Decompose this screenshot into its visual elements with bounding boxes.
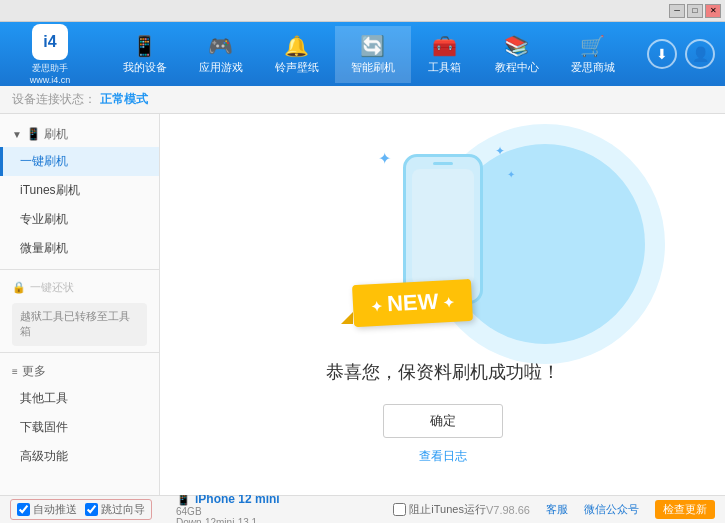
sidebar-item-one-key-flash[interactable]: 一键刷机 <box>0 147 159 176</box>
section-more-label: 更多 <box>22 363 46 380</box>
sidebar-item-download-fw[interactable]: 下载固件 <box>0 413 159 442</box>
nav-app-game[interactable]: 🎮 应用游戏 <box>183 26 259 83</box>
bottom-right: V7.98.66 客服 微信公众号 检查更新 <box>486 500 715 519</box>
nav-toolbox-label: 工具箱 <box>428 60 461 75</box>
logo-url: www.i4.cn <box>30 75 71 85</box>
nav-smart-flash[interactable]: 🔄 智能刷机 <box>335 26 411 83</box>
nav-toolbox[interactable]: 🧰 工具箱 <box>411 26 479 83</box>
wechat-link[interactable]: 微信公众号 <box>584 502 639 517</box>
history-link[interactable]: 查看日志 <box>419 448 467 465</box>
itunes-checkbox[interactable] <box>393 503 406 516</box>
content-wrapper: ✦ ✦ ✦ ✦NEW✦ 恭喜您，保资料刷机成功啦！ 确定 查看日志 <box>326 144 560 465</box>
status-value: 正常模式 <box>100 91 148 108</box>
sidebar-item-advanced[interactable]: 高级功能 <box>0 442 159 471</box>
header-actions: ⬇ 👤 <box>647 39 715 69</box>
update-btn[interactable]: 检查更新 <box>655 500 715 519</box>
nav-store[interactable]: 🛒 爱思商城 <box>555 26 631 83</box>
customer-service-link[interactable]: 客服 <box>546 502 568 517</box>
phone-screen <box>412 169 474 285</box>
nav-store-label: 爱思商城 <box>571 60 615 75</box>
logo: i4 爱思助手 www.i4.cn <box>10 24 90 85</box>
logo-icon: i4 <box>32 24 68 60</box>
new-badge: ✦NEW✦ <box>351 279 472 327</box>
nav-my-device-label: 我的设备 <box>123 60 167 75</box>
sidebar-item-micro-flash[interactable]: 微量刷机 <box>0 234 159 263</box>
phone-container: ✦ ✦ ✦ ✦NEW✦ <box>363 144 523 344</box>
window-controls[interactable]: ─ □ ✕ <box>669 4 721 18</box>
toolbox-icon: 🧰 <box>432 34 457 58</box>
sparkle-3: ✦ <box>507 169 515 180</box>
device-version: Down-12mini-13.1 <box>176 517 280 524</box>
nav-tutorial[interactable]: 📚 教程中心 <box>479 26 555 83</box>
badge-tail <box>341 312 353 324</box>
skip-guide-input[interactable] <box>85 503 98 516</box>
title-bar: ─ □ ✕ <box>0 0 725 22</box>
sparkle-2: ✦ <box>495 144 505 158</box>
nav-bar: 📱 我的设备 🎮 应用游戏 🔔 铃声壁纸 🔄 智能刷机 🧰 工具箱 📚 教程中心… <box>90 26 647 83</box>
itunes-status[interactable]: 阻止iTunes运行 <box>393 502 486 517</box>
header: i4 爱思助手 www.i4.cn 📱 我的设备 🎮 应用游戏 🔔 铃声壁纸 🔄… <box>0 22 725 86</box>
minimize-btn[interactable]: ─ <box>669 4 685 18</box>
expand-more-icon: ≡ <box>12 366 18 377</box>
phone-icon: 📱 <box>132 34 157 58</box>
nav-ringtone-label: 铃声壁纸 <box>275 60 319 75</box>
divider-2 <box>0 352 159 353</box>
download-btn[interactable]: ⬇ <box>647 39 677 69</box>
section-flash[interactable]: ▼ 📱 刷机 <box>0 122 159 147</box>
nav-tutorial-label: 教程中心 <box>495 60 539 75</box>
nav-smart-flash-label: 智能刷机 <box>351 60 395 75</box>
sidebar-item-other-tools[interactable]: 其他工具 <box>0 384 159 413</box>
status-label: 设备连接状态： <box>12 91 96 108</box>
close-btn[interactable]: ✕ <box>705 4 721 18</box>
skip-guide-checkbox[interactable]: 跳过向导 <box>85 502 145 517</box>
confirm-button[interactable]: 确定 <box>383 404 503 438</box>
logo-subtitle: 爱思助手 <box>32 62 68 75</box>
store-icon: 🛒 <box>580 34 605 58</box>
bottom-middle: 阻止iTunes运行 <box>393 502 486 517</box>
section-more[interactable]: ≡ 更多 <box>0 359 159 384</box>
sidebar-item-itunes-flash[interactable]: iTunes刷机 <box>0 176 159 205</box>
account-btn[interactable]: 👤 <box>685 39 715 69</box>
nav-my-device[interactable]: 📱 我的设备 <box>107 26 183 83</box>
expand-icon: ▼ <box>12 129 22 140</box>
ringtone-icon: 🔔 <box>284 34 309 58</box>
checkbox-group: 自动推送 跳过向导 <box>10 499 152 520</box>
main-layout: ▼ 📱 刷机 一键刷机 iTunes刷机 专业刷机 微量刷机 🔒 一键还状 越狱… <box>0 114 725 495</box>
phone-speaker <box>433 162 453 165</box>
app-icon: 🎮 <box>208 34 233 58</box>
section-flash-label: 📱 刷机 <box>26 126 68 143</box>
divider-1 <box>0 269 159 270</box>
sparkle-1: ✦ <box>378 149 391 168</box>
auto-push-checkbox[interactable]: 自动推送 <box>17 502 77 517</box>
status-bar: 设备连接状态： 正常模式 <box>0 86 725 114</box>
maximize-btn[interactable]: □ <box>687 4 703 18</box>
sidebar-locked-restore: 🔒 一键还状 <box>0 276 159 299</box>
success-message: 恭喜您，保资料刷机成功啦！ <box>326 360 560 384</box>
version-info: V7.98.66 <box>486 504 530 516</box>
content-area: ✦ ✦ ✦ ✦NEW✦ 恭喜您，保资料刷机成功啦！ 确定 查看日志 <box>160 114 725 495</box>
lock-icon: 🔒 <box>12 281 26 294</box>
tutorial-icon: 📚 <box>504 34 529 58</box>
device-storage: 64GB <box>176 506 280 517</box>
auto-push-input[interactable] <box>17 503 30 516</box>
nav-ringtone[interactable]: 🔔 铃声壁纸 <box>259 26 335 83</box>
device-info: 📱 iPhone 12 mini 64GB Down-12mini-13.1 <box>176 492 280 524</box>
nav-app-game-label: 应用游戏 <box>199 60 243 75</box>
sidebar-item-pro-flash[interactable]: 专业刷机 <box>0 205 159 234</box>
sidebar: ▼ 📱 刷机 一键刷机 iTunes刷机 专业刷机 微量刷机 🔒 一键还状 越狱… <box>0 114 160 495</box>
flash-icon: 🔄 <box>360 34 385 58</box>
bottom-bar: 自动推送 跳过向导 📱 iPhone 12 mini 64GB Down-12m… <box>0 495 725 523</box>
sidebar-note: 越狱工具已转移至工具箱 <box>12 303 147 346</box>
bottom-left: 自动推送 跳过向导 📱 iPhone 12 mini 64GB Down-12m… <box>10 492 393 524</box>
